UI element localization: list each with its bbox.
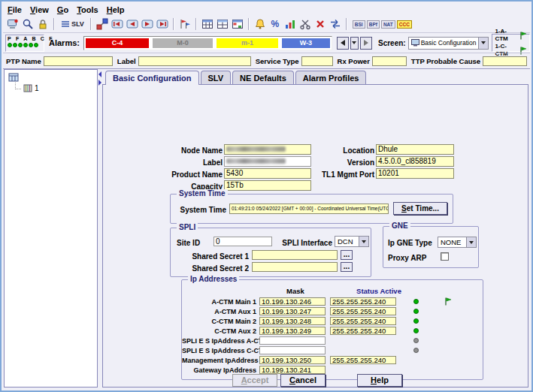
alarm-bell-icon[interactable]: [253, 17, 267, 31]
menu-view[interactable]: View: [30, 5, 49, 14]
green-indicator-dot: [18, 43, 23, 47]
proxy-arp-checkbox[interactable]: [441, 252, 449, 261]
site-id-field[interactable]: 0: [214, 237, 272, 246]
ip-gne-type-label: Ip GNE Type: [388, 239, 436, 247]
gateway-ipaddress-label: Gateway IpAddress: [182, 366, 259, 374]
chevron-down-icon[interactable]: [466, 237, 476, 247]
menu-tools[interactable]: Tools: [77, 5, 98, 14]
chevron-down-icon[interactable]: [478, 38, 488, 49]
green-indicator-dot: [8, 43, 12, 47]
nav-next-alarm-icon[interactable]: [141, 17, 154, 31]
shared-secret-1-field[interactable]: [252, 250, 338, 260]
system-time-field[interactable]: 01:49:21:0 05/24/2022 [GMT + 00:00] - Co…: [229, 204, 389, 214]
shared-secret-2-browse-button[interactable]: ...: [341, 262, 353, 272]
alarm-segment-m-1[interactable]: m-1: [217, 38, 278, 48]
menu-file[interactable]: File: [8, 5, 22, 14]
active-col: [435, 297, 461, 306]
flags-icon[interactable]: [178, 17, 192, 31]
tab-ne-defaults[interactable]: NE Defaults: [232, 71, 294, 84]
shared-secret-1-browse-button[interactable]: ...: [341, 250, 353, 260]
back-button[interactable]: [337, 37, 349, 50]
search-icon[interactable]: [21, 17, 35, 31]
management-ipaddress-mask-field[interactable]: 255.255.255.240: [330, 356, 396, 364]
gateway-ipaddress-ip-field[interactable]: 10.199.130.241: [259, 366, 326, 374]
percent-icon[interactable]: %: [268, 17, 282, 31]
management-ipaddress-ip-field[interactable]: 10.199.130.250: [259, 356, 326, 364]
collapse-left-icon[interactable]: [98, 71, 101, 77]
nav-first-alarm-icon[interactable]: [111, 17, 124, 31]
tab-bar: Basic ConfigurationSLVNE DefaultsAlarm P…: [105, 71, 368, 84]
status-dot-green: [413, 328, 419, 333]
connect-icon[interactable]: [95, 17, 109, 31]
table-icon[interactable]: [201, 17, 214, 31]
c-ctm-aux-2-mask-field[interactable]: 255.255.255.240: [330, 327, 396, 335]
table-views-icon[interactable]: [216, 17, 229, 31]
a-ctm-aux-1-ip-field[interactable]: 10.199.130.247: [259, 307, 326, 315]
nav-prev-alarm-icon[interactable]: [126, 17, 139, 31]
badge-bsi[interactable]: BSI: [353, 20, 365, 29]
expand-right-icon[interactable]: [98, 80, 101, 86]
alarm-segment-c-4[interactable]: C-4: [86, 38, 149, 48]
rx-power-field[interactable]: [372, 56, 407, 66]
table-colored-icon[interactable]: [231, 17, 244, 31]
ptp-name-field[interactable]: [44, 56, 113, 66]
status-col: [396, 338, 435, 343]
label-field[interactable]: [224, 156, 311, 167]
status-pair-service-type: Service Type: [256, 56, 333, 66]
c-ctm-main-2-ip-field[interactable]: 10.199.130.248: [259, 317, 326, 325]
a-ctm-main-1-ip-field[interactable]: 10.199.130.246: [259, 297, 326, 306]
tree-node-1[interactable]: 1: [15, 83, 97, 93]
ctm-item-1-a-ctm[interactable]: 1-A-CTM: [495, 28, 527, 43]
tl1-mgmt-port-field[interactable]: 10201: [376, 168, 454, 179]
tab-alarm-profiles[interactable]: Alarm Profiles: [295, 71, 367, 84]
product-name-field[interactable]: 5430: [224, 168, 311, 179]
chevron-down-icon[interactable]: [359, 237, 368, 246]
c-ctm-aux-2-ip-field[interactable]: 10.199.130.249: [259, 327, 326, 335]
a-ctm-aux-1-mask-field[interactable]: 255.255.255.240: [330, 307, 396, 315]
a-ctm-main-1-mask-field[interactable]: 255.255.255.240: [330, 297, 396, 306]
spli-e-s-ipaddress-c-ctm-label: SPLI E S IpAddress C-CTM: [182, 347, 259, 354]
alarm-indicator-letters: P F A B C F: [8, 36, 42, 42]
version-field[interactable]: 4.5.0.0_cl858819: [376, 156, 454, 167]
chart-icon[interactable]: [283, 17, 297, 31]
location-field[interactable]: Dhule: [376, 144, 454, 155]
back-history-dropdown[interactable]: [350, 37, 359, 50]
tab-basic-configuration[interactable]: Basic Configuration: [105, 71, 199, 85]
set-time-button[interactable]: Set Time...: [393, 202, 447, 215]
badge-ccc[interactable]: CCC: [397, 20, 412, 29]
menu-help[interactable]: Help: [107, 5, 125, 14]
menu-go[interactable]: Go: [57, 5, 68, 14]
label-field[interactable]: [138, 56, 251, 66]
delete-x-icon[interactable]: [313, 17, 327, 31]
help-button[interactable]: Help: [357, 374, 402, 387]
alarm-segment-m-0[interactable]: M-0: [153, 38, 213, 48]
shared-secret-2-field[interactable]: [252, 262, 338, 272]
accept-button[interactable]: Accept: [232, 374, 277, 387]
node-view-icon[interactable]: [6, 17, 20, 31]
tab-slv[interactable]: SLV: [201, 71, 232, 84]
scissors-icon[interactable]: [298, 17, 312, 31]
screen-dropdown[interactable]: Basic Configuration: [408, 37, 489, 50]
badge-bpf[interactable]: BPf: [367, 20, 380, 29]
system-time-group-title: System Time: [177, 189, 228, 198]
forward-button[interactable]: [360, 37, 372, 50]
service-type-field[interactable]: [301, 56, 333, 66]
slv-view-button[interactable]: SLV: [59, 17, 86, 31]
ip-gne-type-dropdown[interactable]: NONE: [438, 237, 477, 248]
spli-interface-dropdown[interactable]: DCN: [335, 236, 369, 247]
tree-root-node[interactable]: [8, 73, 97, 82]
spli-e-s-ipaddress-c-ctm-ip-field[interactable]: [259, 346, 326, 354]
ttp-probable-cause-field[interactable]: [483, 56, 527, 66]
alarm-segment-w-3[interactable]: W-3: [282, 38, 330, 48]
badge-nat[interactable]: NAT: [381, 20, 395, 29]
c-ctm-main-2-mask-field[interactable]: 255.255.255.240: [330, 317, 396, 325]
status-pair-label: Label: [117, 56, 251, 66]
spli-e-s-ipaddress-a-ctm-ip-field[interactable]: [259, 336, 326, 345]
swap-arrows-icon[interactable]: [329, 17, 342, 31]
node-name-field[interactable]: [224, 144, 311, 155]
cancel-button[interactable]: Cancel: [280, 374, 326, 387]
capacity-field[interactable]: 15Tb: [224, 180, 311, 191]
ip-gne-type-value: NONE: [438, 238, 466, 246]
lock-icon[interactable]: [36, 17, 50, 31]
nav-last-alarm-icon[interactable]: [156, 17, 169, 31]
